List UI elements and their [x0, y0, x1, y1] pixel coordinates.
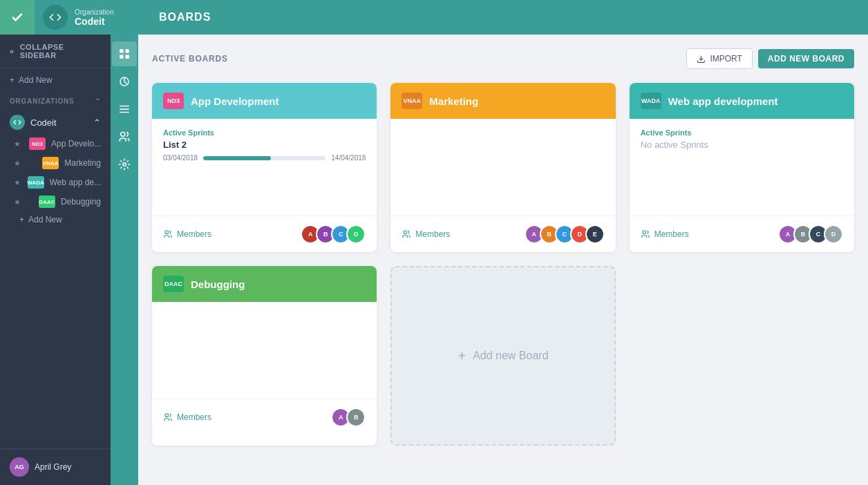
badge-wada: WADA — [641, 93, 661, 109]
board-card-body-debugging — [152, 302, 377, 399]
badge-vnaa: VNAA — [402, 93, 422, 109]
topbar: Organization Codeit BOARDS — [0, 0, 868, 35]
icon-rail — [111, 35, 138, 485]
board-card-footer-debugging: Members A B — [152, 399, 377, 435]
member-avatars-web-app: A B C D — [778, 225, 843, 244]
org-name-label: Codeit — [30, 117, 57, 128]
board-name-debugging: Debugging — [191, 278, 245, 290]
add-new-board-label: Add new Board — [473, 350, 548, 362]
member-avatar: D — [824, 225, 843, 244]
rail-users-icon[interactable] — [112, 124, 137, 149]
org-item-codeit[interactable]: Codeit ⌃ — [0, 111, 111, 134]
svg-rect-1 — [126, 49, 129, 53]
rail-boards-icon[interactable] — [112, 41, 137, 66]
star-icon[interactable]: ★ — [14, 140, 21, 149]
star-icon[interactable]: ★ — [14, 178, 21, 187]
sprint-name-app-dev: List 2 — [163, 140, 366, 150]
svg-point-8 — [121, 132, 125, 136]
org-logo — [43, 5, 68, 30]
star-icon[interactable]: ★ — [14, 159, 21, 168]
import-button[interactable]: IMPORT — [686, 48, 752, 69]
expand-org-icon[interactable]: ⌃ — [93, 117, 101, 128]
star-icon[interactable]: ★ — [14, 198, 21, 207]
board-card-marketing: VNAA Marketing Members A B C D — [390, 83, 615, 252]
sidebar-item-web-app[interactable]: ★ WADA Web app de... — [0, 173, 111, 192]
sidebar-item-marketing[interactable]: ★ VNAA Marketing — [0, 153, 111, 173]
sprint-start: 03/04/2018 — [163, 154, 198, 162]
org-logo-small — [10, 115, 25, 130]
sprint-label-web-app: Active Sprints — [641, 129, 843, 137]
add-new-label: Add New — [19, 75, 53, 85]
svg-point-12 — [404, 231, 407, 234]
avatar: AG — [10, 457, 29, 477]
org-info: Organization Codeit — [75, 8, 114, 27]
sidebar-item-app-dev[interactable]: ★ ND3 App Develo... — [0, 134, 111, 153]
boards-header: ACTIVE BOARDS IMPORT ADD NEW BOARD — [152, 48, 854, 69]
svg-rect-3 — [126, 55, 129, 59]
board-card-header-debugging: DAAC Debugging — [152, 266, 377, 302]
check-icon — [0, 0, 35, 35]
board-name-web-app: Web app development — [668, 95, 778, 107]
member-avatars-marketing: A B C D E — [525, 225, 605, 244]
sidebar-item-debugging[interactable]: ★ DAAC Debugging — [0, 192, 111, 211]
board-card-body-marketing — [390, 119, 615, 216]
sidebar: « COLLAPSE SIDEBAR + Add New ORGANIZATIO… — [0, 0, 111, 485]
board-badge-nd3: ND3 — [29, 137, 46, 150]
board-label-web-app: Web app de... — [50, 178, 102, 187]
section-title: ACTIVE BOARDS — [152, 54, 228, 64]
members-label-app-dev: Members — [163, 229, 211, 239]
collapse-org-icon[interactable]: ⌃ — [95, 97, 101, 105]
svg-point-14 — [165, 414, 169, 417]
no-sprints-label: No active Sprints — [641, 140, 843, 150]
org-name: Codeit — [75, 16, 114, 27]
boards-actions: IMPORT ADD NEW BOARD — [686, 48, 854, 69]
user-area: AG April Grey — [0, 448, 111, 485]
organizations-section: ORGANIZATIONS ⌃ — [0, 92, 111, 111]
board-label-marketing: Marketing — [64, 158, 101, 168]
members-label-marketing: Members — [402, 229, 450, 239]
sprint-label-app-dev: Active Sprints — [163, 129, 366, 137]
board-badge-vnaa: VNAA — [42, 157, 59, 169]
collapse-label: COLLAPSE SIDEBAR — [20, 43, 101, 59]
svg-point-11 — [165, 231, 169, 234]
member-avatar: D — [346, 225, 366, 244]
plus-icon: + — [19, 215, 24, 225]
board-name-app-dev: App Development — [191, 95, 279, 107]
user-name: April Grey — [35, 462, 71, 472]
import-icon — [697, 55, 706, 64]
board-card-footer-web-app: Members A B C D — [630, 216, 854, 252]
add-new-board-label: ADD NEW BOARD — [768, 54, 845, 64]
collapse-sidebar-button[interactable]: « COLLAPSE SIDEBAR — [0, 35, 111, 68]
badge-nd3: ND3 — [163, 93, 184, 109]
svg-point-13 — [643, 231, 646, 234]
members-icon — [163, 229, 173, 239]
rail-list-icon[interactable] — [112, 97, 137, 122]
org-logo-area: Organization Codeit — [35, 5, 145, 30]
members-label-debugging: Members — [163, 412, 211, 422]
members-icon — [163, 412, 173, 422]
members-icon — [641, 229, 650, 239]
members-label-web-app: Members — [641, 229, 689, 239]
org-label: Organization — [75, 8, 114, 16]
board-card-web-app: WADA Web app development Active Sprints … — [630, 83, 854, 252]
add-new-button[interactable]: + Add New — [0, 68, 111, 92]
svg-rect-2 — [120, 55, 123, 59]
add-new-board-button[interactable]: ADD NEW BOARD — [758, 49, 854, 68]
svg-point-9 — [123, 163, 126, 167]
badge-daac: DAAC — [163, 276, 184, 292]
board-card-footer-app-dev: Members A B C D — [152, 216, 377, 252]
board-label-debugging: Debugging — [61, 197, 101, 207]
board-card-header-app-dev: ND3 App Development — [152, 83, 377, 119]
sprint-end: 14/04/2018 — [331, 154, 366, 162]
rail-settings-icon[interactable] — [112, 152, 137, 177]
board-card-body-web-app: Active Sprints No active Sprints — [630, 119, 854, 216]
board-card-body-app-dev: Active Sprints List 2 03/04/2018 14/04/2… — [152, 119, 377, 216]
board-card-footer-marketing: Members A B C D E — [390, 216, 615, 252]
board-label-nd3: App Develo... — [51, 139, 101, 149]
add-board-button[interactable]: + Add New — [0, 211, 111, 228]
add-new-board-card[interactable]: + Add new Board — [390, 266, 615, 446]
board-card-header-marketing: VNAA Marketing — [390, 83, 615, 119]
add-board-label: Add New — [28, 215, 62, 225]
boards-grid: ND3 App Development Active Sprints List … — [152, 83, 854, 446]
rail-reports-icon[interactable] — [112, 69, 137, 94]
